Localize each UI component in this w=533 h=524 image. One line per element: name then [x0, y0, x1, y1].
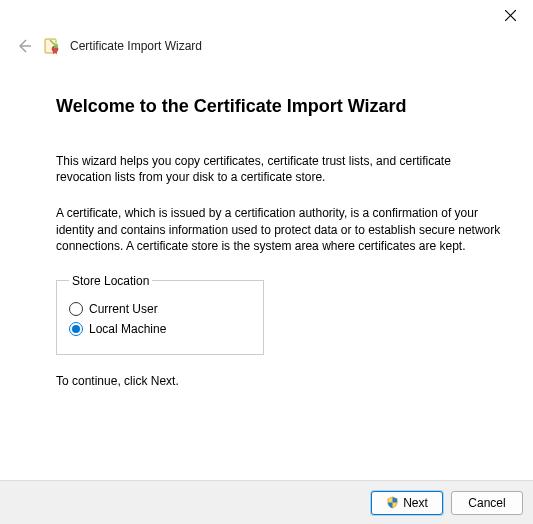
- radio-icon: [69, 302, 83, 316]
- wizard-window: Certificate Import Wizard Welcome to the…: [0, 0, 533, 524]
- wizard-title: Certificate Import Wizard: [70, 39, 202, 53]
- footer: Next Cancel: [0, 480, 533, 524]
- cancel-button-label: Cancel: [468, 496, 505, 510]
- radio-icon: [69, 322, 83, 336]
- close-icon: [505, 10, 516, 21]
- header-row: Certificate Import Wizard: [0, 30, 533, 66]
- store-location-group: Store Location Current User Local Machin…: [56, 274, 264, 355]
- uac-shield-icon: [386, 496, 399, 509]
- radio-selected-dot: [72, 325, 80, 333]
- content-area: Welcome to the Certificate Import Wizard…: [0, 66, 533, 480]
- certificate-icon: [44, 38, 60, 54]
- radio-label: Local Machine: [89, 322, 166, 336]
- next-button-label: Next: [403, 496, 428, 510]
- intro-text: This wizard helps you copy certificates,…: [56, 153, 501, 185]
- radio-current-user[interactable]: Current User: [69, 302, 251, 316]
- titlebar: [0, 0, 533, 30]
- back-arrow-icon: [16, 38, 32, 54]
- close-button[interactable]: [499, 4, 521, 26]
- cancel-button[interactable]: Cancel: [451, 491, 523, 515]
- continue-hint: To continue, click Next.: [56, 373, 501, 389]
- back-button[interactable]: [14, 36, 34, 56]
- radio-label: Current User: [89, 302, 158, 316]
- store-location-legend: Store Location: [69, 274, 152, 288]
- next-button[interactable]: Next: [371, 491, 443, 515]
- explain-text: A certificate, which is issued by a cert…: [56, 205, 501, 254]
- page-heading: Welcome to the Certificate Import Wizard: [56, 96, 501, 117]
- radio-local-machine[interactable]: Local Machine: [69, 322, 251, 336]
